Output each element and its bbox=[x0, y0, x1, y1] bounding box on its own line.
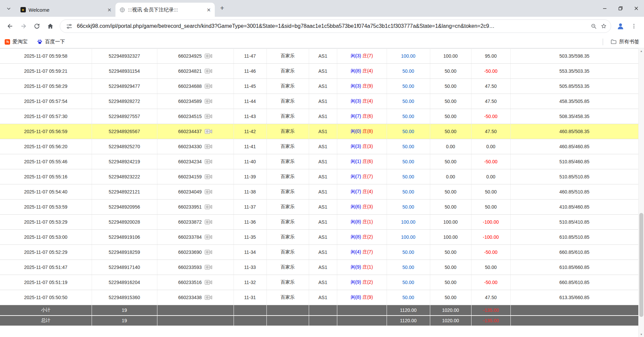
balance-cell: 510.85/410.85 bbox=[510, 215, 638, 230]
video-replay-icon[interactable] bbox=[204, 113, 212, 119]
table-row[interactable]: 2025-11-07 05:50:50522948915360660233438… bbox=[0, 290, 638, 305]
win-loss-cell: -100.00 bbox=[471, 230, 510, 245]
bet-time-cell: 2025-11-07 05:53:00 bbox=[0, 230, 92, 245]
browser-menu-button[interactable] bbox=[627, 19, 641, 33]
table-name-cell: AS1 bbox=[309, 154, 337, 169]
player-result: 闲(3) bbox=[351, 98, 361, 104]
url-text[interactable]: 66cxkj98.com/ipl/portal.php/game/betreco… bbox=[77, 23, 585, 29]
video-replay-icon[interactable] bbox=[204, 144, 212, 150]
table-row[interactable]: 2025-11-07 05:57:54522948928272660234589… bbox=[0, 94, 638, 109]
back-arrow-icon bbox=[6, 22, 14, 30]
zoom-icon[interactable] bbox=[589, 21, 599, 31]
valid-amount-cell: 50.00 bbox=[430, 245, 471, 260]
bookmark-aitaobao[interactable]: 淘 爱淘宝 bbox=[5, 39, 28, 45]
table-row[interactable]: 2025-11-07 05:52:29522948918259660233690… bbox=[0, 245, 638, 260]
video-replay-icon[interactable] bbox=[204, 204, 212, 210]
balance-cell: 505.85/553.35 bbox=[510, 79, 638, 94]
table-row[interactable]: 2025-11-07 05:56:59522948926567660234437… bbox=[0, 124, 638, 139]
video-replay-icon[interactable] bbox=[204, 53, 212, 59]
video-replay-icon[interactable] bbox=[204, 234, 212, 240]
video-replay-icon[interactable] bbox=[204, 68, 212, 74]
player-result: 闲(8) bbox=[351, 294, 361, 300]
player-result: 闲(9) bbox=[351, 279, 361, 285]
table-row[interactable]: 2025-11-07 05:55:46522948924219660234234… bbox=[0, 154, 638, 169]
table-row[interactable]: 2025-11-07 05:51:47522948917140660233593… bbox=[0, 260, 638, 275]
video-replay-icon[interactable] bbox=[204, 128, 212, 134]
table-row[interactable]: 2025-11-07 05:53:29522948920028660233872… bbox=[0, 215, 638, 230]
home-button[interactable] bbox=[44, 19, 57, 33]
video-replay-icon[interactable] bbox=[204, 159, 212, 165]
bet-time-cell: 2025-11-07 05:57:30 bbox=[0, 109, 92, 124]
table-row[interactable]: 2025-11-07 05:57:30522948927557660234515… bbox=[0, 109, 638, 124]
bet-id-cell: 660233951 bbox=[157, 200, 234, 215]
banker-result: 庄(6) bbox=[362, 159, 373, 164]
win-loss-cell: -50.00 bbox=[471, 245, 510, 260]
table-row[interactable]: 2025-11-07 05:59:21522948931154660234821… bbox=[0, 64, 638, 79]
video-replay-icon[interactable] bbox=[204, 98, 212, 104]
table-row[interactable]: 2025-11-07 05:54:40522948922121660234049… bbox=[0, 184, 638, 200]
table-name-cell: AS1 bbox=[309, 290, 337, 305]
scroll-down-arrow[interactable]: ▼ bbox=[639, 332, 644, 337]
result-cell: 闲(3) 庄(4) bbox=[337, 94, 387, 109]
baidu-paw-icon bbox=[37, 39, 43, 45]
new-tab-button[interactable]: + bbox=[217, 3, 227, 13]
scrollbar-thumb[interactable] bbox=[639, 213, 643, 317]
table-row[interactable]: 2025-11-07 05:58:29522948929477660234688… bbox=[0, 79, 638, 94]
bet-time-cell: 2025-11-07 05:58:29 bbox=[0, 79, 92, 94]
close-window-button[interactable] bbox=[628, 0, 644, 17]
video-replay-icon[interactable] bbox=[204, 83, 212, 89]
summary-empty bbox=[266, 305, 309, 316]
address-bar[interactable]: 66cxkj98.com/ipl/portal.php/game/betreco… bbox=[60, 19, 611, 33]
video-replay-icon[interactable] bbox=[204, 189, 212, 195]
bookmark-star-icon[interactable] bbox=[599, 21, 609, 31]
bet-amount-cell: 50.00 bbox=[387, 79, 430, 94]
summary-empty bbox=[266, 316, 309, 326]
tab-bet-record[interactable]: :::视讯 会员下注纪录::: ✕ bbox=[115, 3, 215, 17]
table-row[interactable]: 2025-11-07 05:59:58522948932327660234925… bbox=[0, 49, 638, 64]
bet-time-cell: 2025-11-07 05:56:20 bbox=[0, 139, 92, 154]
balance-cell: 503.35/598.35 bbox=[510, 49, 638, 64]
minimize-button[interactable] bbox=[597, 0, 612, 17]
table-row[interactable]: 2025-11-07 05:51:19522948916204660233516… bbox=[0, 275, 638, 290]
banker-result: 庄(1) bbox=[362, 219, 373, 224]
site-settings-icon[interactable] bbox=[64, 21, 74, 31]
video-replay-icon[interactable] bbox=[204, 219, 212, 225]
table-row[interactable]: 2025-11-07 05:56:20522948925270660234330… bbox=[0, 139, 638, 154]
profile-avatar[interactable] bbox=[614, 19, 627, 33]
summary-empty bbox=[337, 316, 387, 326]
round-cell: 11-33 bbox=[234, 260, 266, 275]
back-button[interactable] bbox=[3, 19, 17, 33]
tab-close-icon[interactable]: ✕ bbox=[205, 6, 212, 13]
tab-close-icon[interactable]: ✕ bbox=[106, 6, 113, 13]
bet-time-cell: 2025-11-07 05:51:47 bbox=[0, 260, 92, 275]
bet-id: 660233438 bbox=[178, 295, 202, 300]
page-scrollbar[interactable]: ▲ ▼ bbox=[638, 48, 644, 337]
maximize-button[interactable] bbox=[612, 0, 628, 17]
video-replay-icon[interactable] bbox=[204, 264, 212, 270]
tab-title: Welcome bbox=[29, 7, 103, 13]
balance-cell: 458.35/505.85 bbox=[510, 94, 638, 109]
scroll-up-arrow[interactable]: ▲ bbox=[639, 48, 644, 54]
tab-search-button[interactable] bbox=[4, 4, 13, 13]
bet-id-cell: 660233516 bbox=[157, 275, 234, 290]
all-bookmarks-button[interactable]: 所有书签 bbox=[610, 39, 639, 45]
round-cell: 11-36 bbox=[234, 215, 266, 230]
bookmark-baidu[interactable]: 百度一下 bbox=[37, 39, 65, 45]
table-name-cell: AS1 bbox=[309, 94, 337, 109]
video-replay-icon[interactable] bbox=[204, 174, 212, 180]
table-row[interactable]: 2025-11-07 05:55:16522948923222660234159… bbox=[0, 169, 638, 184]
video-replay-icon[interactable] bbox=[204, 279, 212, 285]
table-row[interactable]: 2025-11-07 05:53:59522948920956660233951… bbox=[0, 200, 638, 215]
order-id-cell: 522948926567 bbox=[92, 124, 157, 139]
tab-welcome[interactable]: ◆ Welcome ✕ bbox=[16, 3, 115, 17]
forward-button[interactable] bbox=[17, 19, 30, 33]
player-result: 闲(7) bbox=[351, 189, 361, 194]
result-cell: 闲(8) 庄(1) bbox=[337, 215, 387, 230]
bet-amount-cell: 50.00 bbox=[387, 109, 430, 124]
table-row[interactable]: 2025-11-07 05:53:00522948919106660233784… bbox=[0, 230, 638, 245]
win-loss-cell: 47.50 bbox=[471, 124, 510, 139]
reload-button[interactable] bbox=[30, 19, 44, 33]
video-replay-icon[interactable] bbox=[204, 294, 212, 300]
game-name-cell: 百家乐 bbox=[266, 245, 309, 260]
video-replay-icon[interactable] bbox=[204, 249, 212, 255]
